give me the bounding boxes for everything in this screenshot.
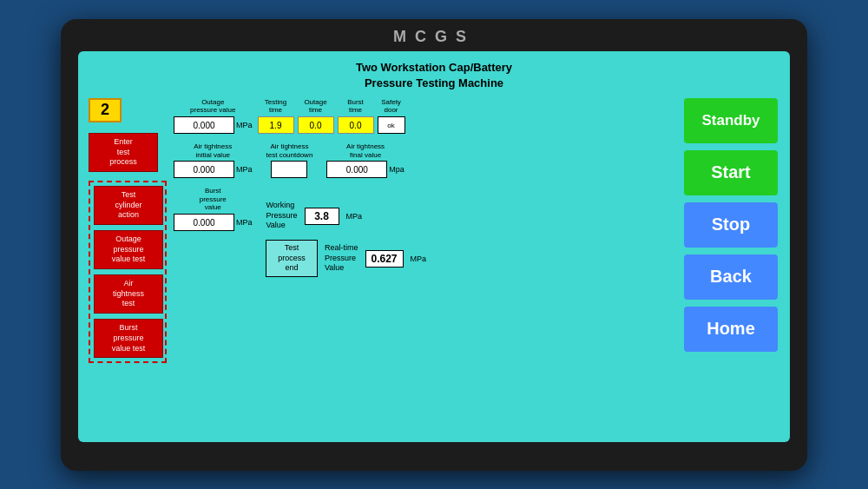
burst-pressure-label: Burst pressure value (200, 187, 227, 212)
screen-title: Two Workstation Cap/Battery Pressure Tes… (89, 60, 779, 91)
burst-time-label: Burst time (347, 98, 364, 115)
back-button[interactable]: Back (684, 254, 778, 300)
outage-pressure-label: Outage pressure value (190, 98, 235, 115)
testing-time-group: Testing time 1.9 (258, 98, 294, 134)
outage-time-input[interactable]: 0.0 (298, 116, 334, 134)
outage-time-group: Outage time 0.0 (298, 98, 334, 134)
test-cylinder-button[interactable]: Test cylinder action (94, 186, 163, 225)
burst-time-group: Burst time 0.0 (338, 98, 374, 134)
burst-unit: MPa (236, 218, 253, 227)
air-countdown-label: Air tightness test countdown (266, 142, 313, 159)
stop-button[interactable]: Stop (684, 202, 778, 248)
burst-time-input[interactable]: 0.0 (338, 116, 374, 134)
dashed-steps-box: Test cylinder action Outage pressure val… (89, 181, 167, 363)
air-initial-input[interactable]: 0.000 (174, 161, 234, 178)
realtime-label: Real-time Pressure Value (325, 243, 358, 274)
burst-pressure-group: Burst pressure value 0.000 MPa (174, 187, 253, 231)
air-final-label: Air tightness final value (346, 142, 385, 159)
air-initial-label: Air tightness initial value (194, 142, 232, 159)
air-initial-group: Air tightness initial value 0.000 MPa (174, 142, 253, 178)
main-content: 2 Enter test process Test cylinder actio… (89, 98, 779, 435)
air-final-input[interactable]: 0.000 (326, 161, 387, 178)
right-column: Standby Start Stop Back Home (684, 98, 779, 435)
air-initial-unit: MPa (236, 165, 253, 174)
step-number: 2 (89, 98, 122, 122)
left-column: 2 Enter test process Test cylinder actio… (89, 98, 167, 435)
safety-door-group: Safety door ok (378, 98, 405, 134)
outage-pressure-input[interactable]: 0.000 (174, 116, 234, 134)
enter-test-button[interactable]: Enter test process (89, 133, 158, 172)
burst-pressure-button[interactable]: Burst pressure value test (94, 319, 163, 358)
outage-pressure-button[interactable]: Outage pressure value test (94, 230, 163, 269)
burst-pressure-input[interactable]: 0.000 (174, 214, 234, 231)
standby-button[interactable]: Standby (684, 98, 778, 143)
working-pressure-value: 3.8 (305, 208, 339, 225)
safety-door-input: ok (378, 116, 405, 134)
middle-column: Outage pressure value 0.000 MPa Testing … (174, 98, 677, 435)
device-frame: MCGS Two Workstation Cap/Battery Pressur… (61, 19, 807, 471)
testing-time-label: Testing time (265, 98, 286, 115)
air-countdown-group: Air tightness test countdown (266, 142, 313, 178)
brand-label: MCGS (393, 28, 475, 46)
working-unit: MPa (346, 212, 363, 221)
outage-unit: MPa (236, 121, 253, 129)
outage-time-label: Outage time (304, 98, 326, 115)
outage-pressure-group: Outage pressure value 0.000 MPa (174, 98, 253, 134)
realtime-pressure-row: Real-time Pressure Value 0.627 MPa (325, 243, 426, 274)
air-final-group: Air tightness final value 0.000 Mpa (326, 142, 404, 178)
home-button[interactable]: Home (684, 307, 778, 352)
safety-door-label: Safety door (381, 98, 401, 115)
air-tightness-button[interactable]: Air tightness test (94, 274, 163, 314)
working-label: Working Pressure Value (266, 201, 298, 231)
air-final-unit: Mpa (389, 165, 404, 174)
screen: Two Workstation Cap/Battery Pressure Tes… (78, 51, 790, 442)
process-end-label: Test process end (266, 240, 318, 277)
testing-time-input[interactable]: 1.9 (258, 116, 294, 134)
air-countdown-input[interactable] (271, 161, 307, 178)
realtime-pressure-value: 0.627 (365, 250, 404, 268)
realtime-unit: MPa (411, 254, 427, 263)
working-pressure-row: Working Pressure Value 3.8 MPa (266, 201, 363, 231)
start-button[interactable]: Start (684, 150, 778, 195)
